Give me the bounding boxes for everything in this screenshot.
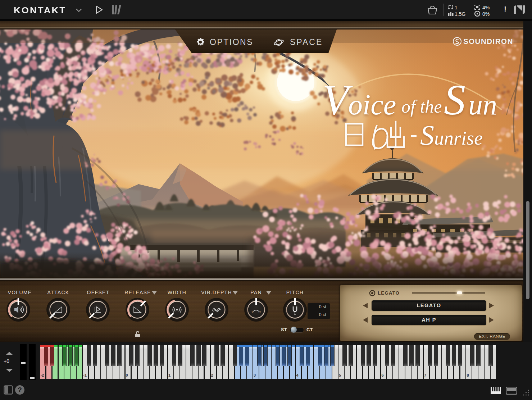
svg-text:oice: oice	[348, 89, 396, 121]
svg-text:unrise: unrise	[434, 127, 483, 149]
svg-text:L: L	[252, 310, 254, 314]
svg-text:un: un	[468, 89, 497, 121]
svg-text:of the: of the	[401, 96, 442, 117]
svg-text:R: R	[259, 310, 261, 314]
svg-text:S: S	[420, 119, 434, 151]
svg-text:S: S	[444, 76, 465, 124]
svg-text:SOUNDIRON: SOUNDIRON	[463, 37, 513, 45]
